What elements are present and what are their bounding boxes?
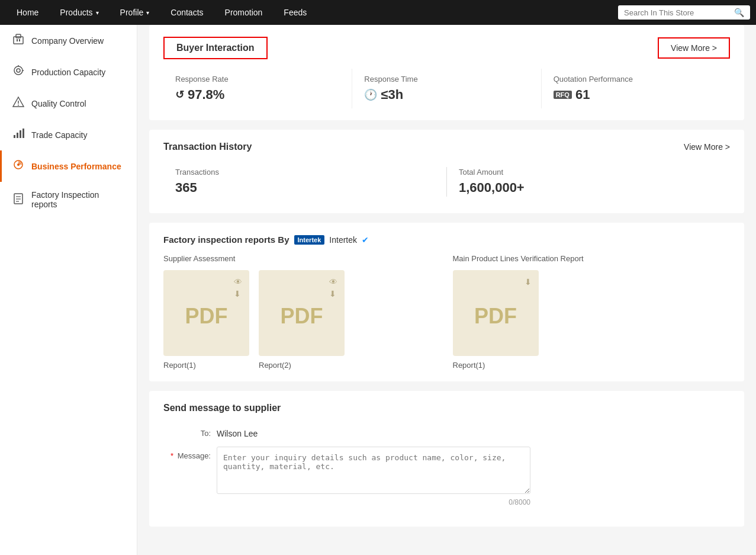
quotation-performance-value: RFQ 61 (554, 87, 718, 102)
pdf-actions-2: 👁 ⬇ (329, 277, 337, 299)
pdf-text-1: PDF (185, 304, 228, 329)
pdf-report-2[interactable]: 👁 ⬇ PDF (259, 270, 345, 356)
sidebar-item-business-performance[interactable]: Business Performance (0, 150, 137, 182)
pdf-label-1: Report(1) (163, 361, 249, 370)
clock-icon: 🕐 (364, 88, 377, 101)
company-overview-icon (12, 33, 24, 48)
nav-contacts[interactable]: Contacts (160, 0, 214, 25)
svg-rect-2 (17, 39, 18, 41)
response-rate-label: Response Rate (175, 75, 340, 84)
list-item: 👁 ⬇ PDF Report(2) (259, 270, 345, 370)
char-count: 0/8000 (217, 498, 530, 506)
intertek-badge: Intertek (294, 235, 325, 245)
list-item: ⬇ PDF Report(1) (453, 270, 539, 370)
response-rate-icon: ↺ (175, 88, 184, 101)
eye-icon[interactable]: 👁 (234, 277, 242, 287)
svg-point-10 (18, 105, 19, 106)
pdf-text-2: PDF (281, 304, 323, 329)
buyer-interaction-header: Buyer Interaction View More > (163, 37, 730, 59)
sidebar: Company Overview Production Capacity (0, 25, 137, 555)
page-layout: Company Overview Production Capacity (0, 25, 756, 555)
pdf-report-3[interactable]: ⬇ PDF (453, 270, 539, 356)
search-input[interactable] (624, 8, 731, 17)
nav-profile[interactable]: Profile ▾ (110, 0, 160, 25)
search-icon: 🔍 (734, 8, 744, 17)
total-amount-value: 1,600,000+ (459, 180, 718, 195)
buyer-interaction-metrics: Response Rate ↺ 97.8% Response Time 🕐 ≤3… (163, 69, 730, 108)
sidebar-label-business-performance: Business Performance (31, 162, 121, 171)
sidebar-item-production-capacity[interactable]: Production Capacity (0, 56, 137, 88)
svg-point-16 (17, 163, 20, 166)
quality-control-icon (12, 96, 24, 111)
sidebar-item-factory-inspection[interactable]: Factory Inspection reports (0, 182, 137, 217)
response-time-value: 🕐 ≤3h (364, 87, 529, 102)
buyer-interaction-view-more[interactable]: View More > (658, 37, 730, 59)
nav-promotion[interactable]: Promotion (214, 0, 274, 25)
svg-rect-3 (19, 39, 20, 41)
message-input-wrapper: 0/8000 (217, 447, 530, 506)
sidebar-label-trade-capacity: Trade Capacity (31, 130, 87, 140)
message-row: * Message: 0/8000 (163, 447, 730, 506)
sidebar-item-trade-capacity[interactable]: Trade Capacity (0, 119, 137, 150)
transactions-label: Transactions (175, 168, 435, 177)
profile-chevron-icon: ▾ (146, 9, 149, 16)
transaction-history-header: Transaction History View More > (163, 142, 730, 152)
sidebar-item-quality-control[interactable]: Quality Control (0, 88, 137, 119)
factory-inspection-card: Factory inspection reports By Intertek I… (149, 223, 744, 381)
quotation-performance-block: Quotation Performance RFQ 61 (542, 69, 730, 108)
transactions-count-block: Transactions 365 (163, 162, 446, 201)
supplier-assessment-column: Supplier Assessment 👁 ⬇ PDF Report(1) (163, 254, 441, 370)
sidebar-label-factory-inspection: Factory Inspection reports (31, 190, 126, 209)
trade-capacity-icon (12, 127, 24, 142)
download-icon-2[interactable]: ⬇ (329, 289, 337, 299)
transactions-value: 365 (175, 180, 435, 195)
to-label: To: (163, 424, 211, 438)
send-message-card: Send message to supplier To: Wilson Lee … (149, 391, 744, 527)
eye-icon-2[interactable]: 👁 (329, 277, 337, 287)
main-product-lines-column: Main Product Lines Verification Report ⬇… (453, 254, 731, 370)
transaction-view-more[interactable]: View More > (684, 142, 730, 152)
pdf-actions-1: 👁 ⬇ (234, 277, 242, 299)
buyer-interaction-title: Buyer Interaction (163, 37, 268, 59)
sidebar-label-production-capacity: Production Capacity (31, 68, 105, 77)
factory-inspection-icon (12, 193, 24, 207)
pdf-report-1[interactable]: 👁 ⬇ PDF (163, 270, 249, 356)
message-textarea[interactable] (217, 447, 530, 494)
main-content: Buyer Interaction View More > Response R… (137, 25, 756, 555)
pdf-text-3: PDF (474, 304, 517, 329)
factory-inspection-header: Factory inspection reports By Intertek I… (163, 235, 730, 245)
supplier-assessment-reports: 👁 ⬇ PDF Report(1) 👁 ⬇ (163, 270, 441, 370)
response-rate-value: ↺ 97.8% (175, 87, 340, 102)
top-navigation: Home Products ▾ Profile ▾ Contacts Promo… (0, 0, 756, 25)
transaction-history-title: Transaction History (163, 142, 252, 152)
intertek-name: Intertek (329, 235, 357, 245)
business-performance-icon (12, 159, 24, 174)
main-product-lines-reports: ⬇ PDF Report(1) (453, 270, 731, 370)
required-indicator: * (170, 451, 173, 460)
search-bar[interactable]: 🔍 (618, 5, 750, 20)
nav-products[interactable]: Products ▾ (49, 0, 109, 25)
to-value: Wilson Lee (217, 424, 258, 438)
sidebar-label-quality-control: Quality Control (31, 99, 86, 108)
svg-rect-14 (22, 129, 24, 138)
sidebar-item-company-overview[interactable]: Company Overview (0, 25, 137, 56)
download-icon[interactable]: ⬇ (234, 289, 242, 299)
nav-feeds[interactable]: Feeds (273, 0, 317, 25)
download-icon-3[interactable]: ⬇ (525, 277, 532, 287)
send-message-title: Send message to supplier (163, 403, 730, 413)
response-time-block: Response Time 🕐 ≤3h (352, 69, 541, 108)
response-rate-block: Response Rate ↺ 97.8% (163, 69, 352, 108)
svg-rect-12 (17, 133, 18, 138)
nav-home[interactable]: Home (6, 0, 49, 25)
supplier-assessment-label: Supplier Assessment (163, 254, 441, 263)
total-amount-block: Total Amount 1,600,000+ (447, 162, 730, 201)
main-product-lines-label: Main Product Lines Verification Report (453, 254, 731, 263)
response-time-label: Response Time (364, 75, 529, 84)
products-chevron-icon: ▾ (96, 9, 99, 16)
transaction-history-card: Transaction History View More > Transact… (149, 130, 744, 213)
svg-rect-1 (16, 34, 21, 38)
svg-rect-13 (20, 130, 21, 138)
rfq-icon: RFQ (554, 91, 572, 99)
production-capacity-icon (12, 65, 24, 79)
message-label: * Message: (163, 447, 211, 460)
